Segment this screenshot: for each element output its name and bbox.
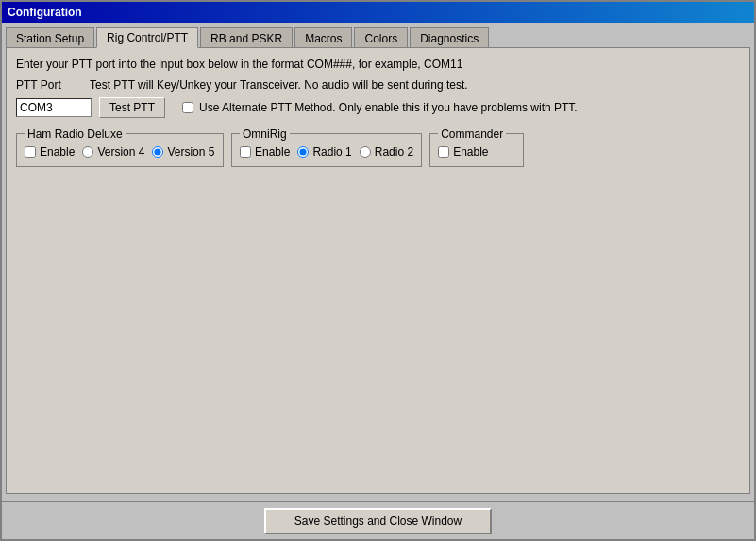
ptt-port-row: PTT Port Test PTT will Key/Unkey your Tr… <box>16 78 740 92</box>
omnirig-enable-item: Enable <box>240 145 290 159</box>
ham-radio-legend: Ham Radio Deluxe <box>25 127 126 141</box>
ptt-port-input[interactable] <box>16 98 92 117</box>
tab-content-rig-control: Enter your PTT port into the input box b… <box>6 47 750 494</box>
tabs-row: Station Setup Rig Control/PTT RB and PSK… <box>6 26 750 47</box>
save-settings-button[interactable]: Save Settings and Close Window <box>264 508 492 534</box>
commander-enable-item: Enable <box>438 145 488 159</box>
alternate-ptt-checkbox[interactable] <box>182 102 193 113</box>
title-bar: Configuration <box>2 2 754 23</box>
ham-radio-v5-item: Version 5 <box>152 145 214 159</box>
tab-colors[interactable]: Colors <box>354 27 408 48</box>
window-content: Station Setup Rig Control/PTT RB and PSK… <box>2 23 754 498</box>
omnirig-radio1-label: Radio 1 <box>312 145 351 159</box>
ptt-port-label: PTT Port <box>16 78 73 92</box>
groups-row: Ham Radio Deluxe Enable Version 4 Ver <box>16 133 740 167</box>
ham-radio-enable-label: Enable <box>40 145 75 159</box>
omnirig-radio2-item: Radio 2 <box>360 145 413 159</box>
tab-rb-pskr[interactable]: RB and PSKR <box>200 27 293 48</box>
omnirig-radio2-radio[interactable] <box>360 146 371 158</box>
window-title: Configuration <box>8 6 82 19</box>
alternate-ptt-text: Use Alternate PTT Method. Only enable th… <box>199 101 578 114</box>
configuration-window: Configuration Station Setup Rig Control/… <box>0 0 756 541</box>
bottom-bar: Save Settings and Close Window <box>2 501 754 539</box>
omnirig-legend: OmniRig <box>240 127 290 141</box>
test-ptt-button[interactable]: Test PTT <box>99 97 165 118</box>
ptt-input-row: Test PTT Use Alternate PTT Method. Only … <box>16 97 740 118</box>
ham-radio-version4-label: Version 4 <box>97 145 144 159</box>
test-ptt-description: Test PTT will Key/Unkey your Transceiver… <box>90 78 468 92</box>
alternate-ptt-row: Use Alternate PTT Method. Only enable th… <box>182 101 578 114</box>
commander-group: Commander Enable <box>429 133 524 167</box>
tab-macros[interactable]: Macros <box>294 27 352 48</box>
ptt-instruction: Enter your PTT port into the input box b… <box>16 58 740 71</box>
ham-radio-version5-label: Version 5 <box>167 145 214 159</box>
commander-legend: Commander <box>438 127 506 141</box>
ham-radio-enable-checkbox[interactable] <box>25 146 36 158</box>
omnirig-enable-checkbox[interactable] <box>240 146 251 158</box>
ham-radio-v4-item: Version 4 <box>82 145 144 159</box>
tab-station-setup[interactable]: Station Setup <box>6 27 94 48</box>
omnirig-enable-label: Enable <box>255 145 290 159</box>
ham-radio-version4-radio[interactable] <box>82 146 93 158</box>
omnirig-radio2-label: Radio 2 <box>375 145 413 159</box>
ham-radio-version5-radio[interactable] <box>152 146 163 158</box>
omnirig-group: OmniRig Enable Radio 1 Radio 2 <box>231 133 422 167</box>
tab-diagnostics[interactable]: Diagnostics <box>410 27 489 48</box>
omnirig-radio1-item: Radio 1 <box>297 145 351 159</box>
ham-radio-group: Ham Radio Deluxe Enable Version 4 Ver <box>16 133 224 167</box>
commander-enable-checkbox[interactable] <box>438 146 449 158</box>
commander-enable-label: Enable <box>453 145 488 159</box>
ham-radio-enable-item: Enable <box>25 145 75 159</box>
commander-inner: Enable <box>438 145 515 159</box>
omnirig-inner: Enable Radio 1 Radio 2 <box>240 145 413 159</box>
tab-rig-control[interactable]: Rig Control/PTT <box>96 27 198 48</box>
omnirig-radio1-radio[interactable] <box>297 146 309 158</box>
ham-radio-inner: Enable Version 4 Version 5 <box>25 145 215 159</box>
